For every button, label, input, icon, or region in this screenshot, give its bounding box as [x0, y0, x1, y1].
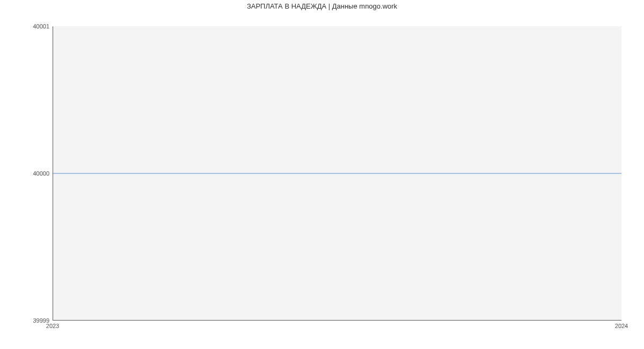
chart-title: ЗАРПЛАТА В НАДЕЖДА | Данные mnogo.work: [0, 0, 644, 13]
x-tick-end: 2024: [615, 321, 628, 329]
data-line-salary: [53, 173, 621, 173]
plot-area: [53, 26, 621, 321]
y-tick-max: 40001: [33, 23, 53, 30]
x-tick-start: 2023: [46, 321, 59, 329]
y-tick-mid: 40000: [33, 170, 53, 177]
chart-plot: 40001 40000 39999 2023 2024: [53, 26, 621, 321]
